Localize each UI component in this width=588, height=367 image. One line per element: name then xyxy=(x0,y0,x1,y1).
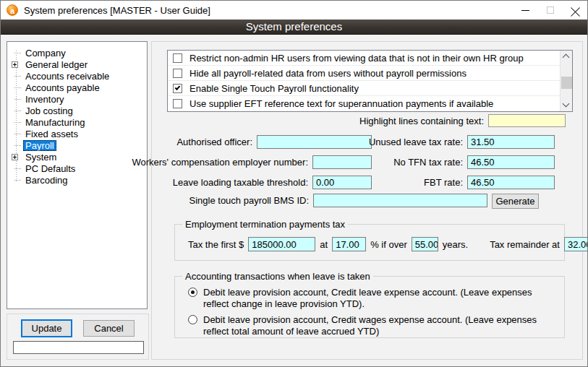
etp-at-label: at xyxy=(320,239,328,250)
scroll-down-button[interactable] xyxy=(561,100,572,111)
tree-connector xyxy=(10,111,23,111)
tree-connector xyxy=(10,134,23,134)
highlight-label: Highlight lines containing text: xyxy=(359,116,484,126)
plus-icon xyxy=(12,61,18,68)
etp-first-rate-input[interactable] xyxy=(332,237,366,251)
radio-button[interactable] xyxy=(188,288,197,297)
scrollbar[interactable] xyxy=(560,51,572,111)
expand-icon[interactable] xyxy=(10,154,23,160)
leave-accounting-groupbox: Accounting transactions when leave is ta… xyxy=(174,276,565,338)
close-icon xyxy=(571,6,580,15)
highlight-input[interactable] xyxy=(488,114,566,127)
maximize-icon xyxy=(547,7,554,14)
radio-button[interactable] xyxy=(188,315,197,324)
checkbox-label: Use supplier EFT reference text for supe… xyxy=(189,98,493,109)
tree-item-label: Company xyxy=(23,48,68,59)
leave-accounting-option-2[interactable]: Debit leave provision account, Credit wa… xyxy=(188,314,556,337)
fbt-rate-input[interactable] xyxy=(467,176,555,189)
preferences-tree: Company General ledger Accounts receivab… xyxy=(7,41,148,309)
tree-item-accounts-payable[interactable]: Accounts payable xyxy=(10,82,145,93)
payroll-options-list: Restrict non-admin HR users from viewing… xyxy=(167,50,573,112)
tree-item-pc-defaults[interactable]: PC Defaults xyxy=(10,163,145,174)
etp-first-amount-input[interactable] xyxy=(248,237,315,251)
radio-label: Debit leave provision account, Credit le… xyxy=(203,287,556,310)
etp-groupbox: Employment termination payments tax Tax … xyxy=(174,224,565,261)
bms-id-input[interactable] xyxy=(313,194,487,207)
checkbox[interactable] xyxy=(173,99,182,108)
checkbox[interactable] xyxy=(173,69,182,78)
tree-item-label: System xyxy=(23,152,59,163)
fbt-rate-row: FBT rate: xyxy=(424,176,555,189)
tree-item-company[interactable]: Company xyxy=(10,47,145,59)
tree-item-label: Inventory xyxy=(23,94,66,105)
authorised-officer-label: Authorised officer: xyxy=(176,137,252,147)
leave-accounting-option-1[interactable]: Debit leave provision account, Credit le… xyxy=(188,287,556,310)
radio-label: Debit leave provision account, Credit wa… xyxy=(203,314,556,337)
checkbox[interactable] xyxy=(173,84,182,93)
tree-item-label: Barcoding xyxy=(23,175,70,186)
scroll-up-button[interactable] xyxy=(561,51,572,62)
tree-item-system[interactable]: System xyxy=(10,151,145,163)
update-button[interactable]: Update xyxy=(21,319,72,337)
etp-remainder-rate-input[interactable] xyxy=(564,237,588,251)
tree-item-inventory[interactable]: Inventory xyxy=(10,93,145,105)
tree-item-fixed-assets[interactable]: Fixed assets xyxy=(10,128,145,139)
generate-button[interactable]: Generate xyxy=(492,194,539,209)
tree-item-label: Fixed assets xyxy=(23,129,80,139)
tree-connector xyxy=(10,122,23,123)
tree-item-label: Accounts receivable xyxy=(23,71,111,82)
tree-connector xyxy=(10,168,23,169)
bms-id-label: Single touch payroll BMS ID: xyxy=(189,195,309,206)
cancel-button[interactable]: Cancel xyxy=(83,320,135,337)
option-row-enable-stp[interactable]: Enable Single Touch Payroll functionalit… xyxy=(168,81,560,96)
window-title: System preferences [MASTER - User Guide] xyxy=(24,5,210,16)
minimize-button[interactable] xyxy=(514,1,538,20)
fbt-rate-label: FBT rate: xyxy=(424,177,463,188)
tree-item-barcoding[interactable]: Barcoding xyxy=(10,174,145,186)
unused-leave-tax-rate-label: Unused leave tax rate: xyxy=(369,137,463,147)
status-field[interactable] xyxy=(13,341,144,354)
tree-item-accounts-receivable[interactable]: Accounts receivable xyxy=(10,70,145,82)
tree-item-manufacturing[interactable]: Manufacturing xyxy=(10,116,145,128)
expand-icon[interactable] xyxy=(10,61,23,68)
workers-comp-row: Workers' compensation employer number: xyxy=(152,155,372,169)
no-tfn-tax-rate-label: No TFN tax rate: xyxy=(393,157,463,168)
window-controls xyxy=(514,1,587,20)
check-icon xyxy=(175,85,181,90)
system-preferences-window: a System preferences [MASTER - User Guid… xyxy=(0,0,588,367)
etp-age-input[interactable] xyxy=(412,237,438,251)
option-row-hide-payroll-data[interactable]: Hide all payroll-related data from users… xyxy=(168,66,560,81)
tree-item-payroll[interactable]: Payroll xyxy=(10,139,145,151)
page-title: System preferences xyxy=(1,20,587,35)
payroll-settings-panel: Restrict non-admin HR users from viewing… xyxy=(151,41,583,360)
tree-connector xyxy=(10,87,23,88)
close-button[interactable] xyxy=(563,1,587,20)
tree-item-label: Job costing xyxy=(23,105,75,116)
leave-loading-input[interactable] xyxy=(312,176,372,189)
tree-connector xyxy=(10,76,23,77)
scrollbar-thumb[interactable] xyxy=(561,77,572,89)
checkbox-label: Restrict non-admin HR users from viewing… xyxy=(189,53,524,64)
payroll-options-rows: Restrict non-admin HR users from viewing… xyxy=(168,51,560,111)
bms-id-row: Single touch payroll BMS ID: xyxy=(152,194,487,207)
authorised-officer-input[interactable] xyxy=(257,135,372,149)
tree-connector xyxy=(10,53,23,53)
plus-icon xyxy=(12,154,18,160)
etp-first-label: Tax the first $ xyxy=(188,239,244,250)
workers-comp-input[interactable] xyxy=(312,155,372,169)
tree-item-general-ledger[interactable]: General ledger xyxy=(10,59,145,70)
highlight-row: Highlight lines containing text: xyxy=(152,114,566,127)
checkbox-label: Enable Single Touch Payroll functionalit… xyxy=(189,83,359,94)
unused-leave-tax-rate-input[interactable] xyxy=(467,135,555,149)
tree-item-job-costing[interactable]: Job costing xyxy=(10,105,145,116)
no-tfn-tax-rate-row: No TFN tax rate: xyxy=(393,155,555,169)
leave-loading-row: Leave loading taxable threshold: xyxy=(152,176,372,189)
minimize-icon xyxy=(521,10,529,11)
checkbox[interactable] xyxy=(173,53,182,63)
no-tfn-tax-rate-input[interactable] xyxy=(467,155,555,169)
tree-connector xyxy=(10,180,23,181)
etp-if-over-label: % if over xyxy=(370,239,407,250)
option-row-restrict-hr[interactable]: Restrict non-admin HR users from viewing… xyxy=(168,51,560,66)
option-row-supplier-eft[interactable]: Use supplier EFT reference text for supe… xyxy=(168,96,560,111)
maximize-button xyxy=(538,1,563,20)
